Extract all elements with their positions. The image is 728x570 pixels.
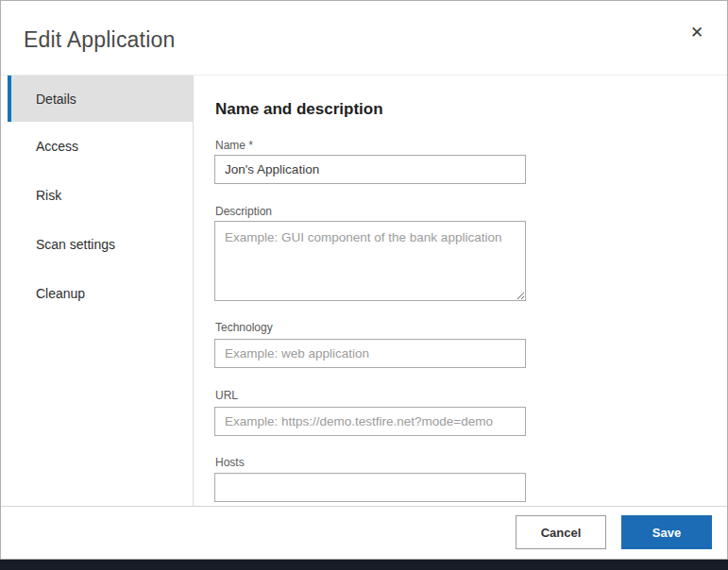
- dialog-footer: Cancel Save: [1, 506, 727, 559]
- screen: Edit Application ✕ Details Access Risk S…: [0, 0, 728, 570]
- sidebar-item-risk[interactable]: Risk: [8, 171, 193, 220]
- sidebar-item-details[interactable]: Details: [8, 75, 193, 122]
- sidebar: Details Access Risk Scan settings Cleanu…: [1, 75, 194, 507]
- name-label-text: Name: [215, 139, 245, 152]
- hosts-label: Hosts: [215, 456, 245, 469]
- required-asterisk: *: [248, 139, 253, 152]
- technology-label: Technology: [215, 321, 273, 334]
- dialog-title: Edit Application: [24, 27, 175, 53]
- name-input[interactable]: [214, 155, 526, 184]
- description-textarea[interactable]: [214, 221, 526, 301]
- active-tab-indicator: [8, 75, 11, 122]
- sidebar-item-label: Scan settings: [36, 237, 115, 252]
- dialog-header: Edit Application ✕: [1, 1, 727, 75]
- sidebar-item-scan-settings[interactable]: Scan settings: [8, 220, 193, 269]
- close-icon[interactable]: ✕: [686, 22, 708, 44]
- edit-application-dialog: Edit Application ✕ Details Access Risk S…: [0, 0, 728, 560]
- sidebar-item-access[interactable]: Access: [8, 122, 193, 171]
- hosts-input[interactable]: [214, 473, 526, 502]
- sidebar-item-cleanup[interactable]: Cleanup: [8, 269, 193, 318]
- background-window-bar: [0, 560, 728, 570]
- name-label: Name *: [215, 139, 253, 152]
- sidebar-item-label: Cleanup: [36, 286, 85, 301]
- save-button[interactable]: Save: [621, 515, 712, 549]
- description-label: Description: [215, 205, 272, 218]
- technology-input[interactable]: [214, 339, 526, 368]
- cancel-button[interactable]: Cancel: [516, 515, 606, 549]
- sidebar-item-label: Details: [36, 92, 76, 107]
- sidebar-item-label: Risk: [36, 188, 61, 203]
- url-label: URL: [215, 389, 238, 402]
- sidebar-item-label: Access: [36, 139, 78, 154]
- url-input[interactable]: [214, 407, 526, 436]
- section-title: Name and description: [215, 100, 383, 119]
